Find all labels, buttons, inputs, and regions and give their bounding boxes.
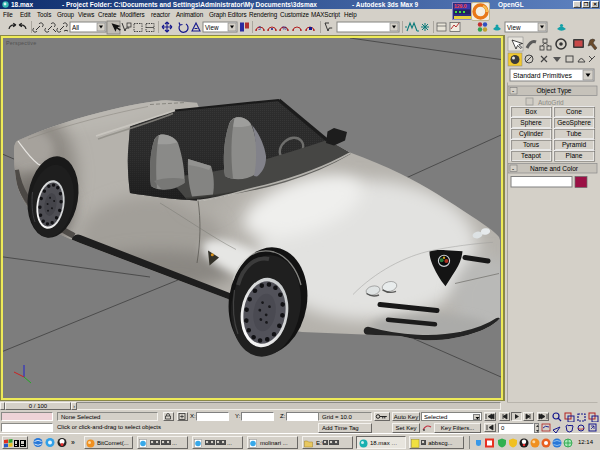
svg-text:»: » <box>71 439 75 446</box>
svg-text:Name and Color: Name and Color <box>530 165 579 172</box>
svg-text:GeoSphere: GeoSphere <box>557 119 591 127</box>
svg-text:Standard Primitives: Standard Primitives <box>513 72 573 79</box>
svg-text:-: - <box>512 87 514 94</box>
svg-text:Teapot: Teapot <box>521 152 541 160</box>
svg-text:Cone: Cone <box>566 108 582 115</box>
svg-text:Torus: Torus <box>523 141 540 148</box>
svg-text:%: % <box>282 25 287 31</box>
svg-text:View: View <box>205 24 219 31</box>
svg-text:-: - <box>512 165 514 172</box>
svg-text:AutoGrid: AutoGrid <box>538 99 564 106</box>
svg-text:Object Type: Object Type <box>536 87 571 95</box>
svg-text:3: 3 <box>258 25 261 31</box>
svg-text:Pyramid: Pyramid <box>562 141 587 149</box>
svg-text:Cylinder: Cylinder <box>519 130 544 138</box>
svg-text:Tube: Tube <box>567 130 582 137</box>
svg-text:View: View <box>507 24 521 31</box>
svg-text:Plane: Plane <box>566 152 583 159</box>
svg-text:Sphere: Sphere <box>520 119 542 127</box>
svg-text:All: All <box>72 24 79 31</box>
svg-text:Box: Box <box>525 108 537 115</box>
